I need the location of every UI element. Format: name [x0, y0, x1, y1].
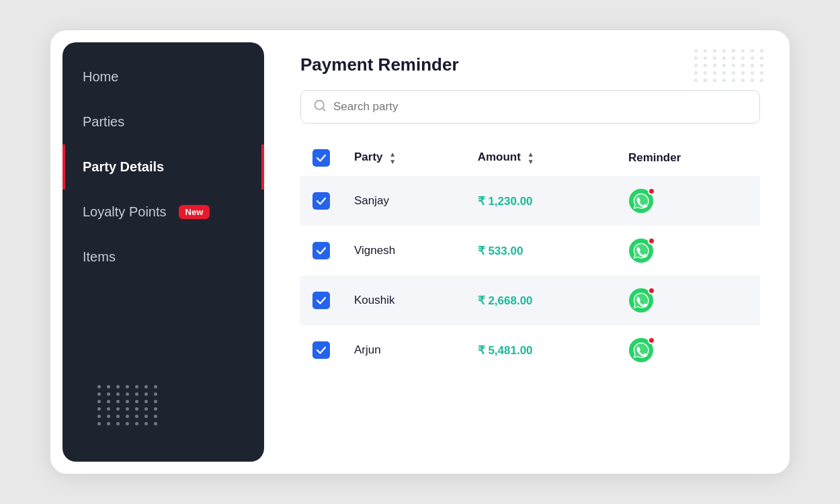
notification-dot [648, 287, 655, 294]
notification-dot [648, 337, 655, 344]
party-name: Koushik [342, 276, 466, 325]
party-name: Sanjay [342, 176, 466, 226]
whatsapp-icon[interactable] [628, 188, 654, 214]
sidebar-item-party-details[interactable]: Party Details [62, 144, 264, 190]
row-checkbox-cell [300, 325, 342, 375]
sidebar-item-items[interactable]: Items [62, 235, 264, 280]
party-table: Party ▲▼ Amount ▲▼ Reminder [300, 140, 760, 450]
party-amount: ₹ 1,230.00 [466, 176, 616, 226]
whatsapp-reminder[interactable] [628, 188, 658, 214]
dot-pattern-bottom-left [87, 369, 288, 425]
search-input[interactable] [333, 100, 747, 114]
col-amount[interactable]: Amount ▲▼ [466, 140, 616, 176]
whatsapp-reminder[interactable] [628, 238, 658, 263]
whatsapp-reminder[interactable] [628, 288, 658, 313]
main-card: Home Parties Party Details Loyalty Point… [50, 30, 790, 474]
whatsapp-icon[interactable] [628, 337, 654, 363]
row-checkbox[interactable] [312, 192, 330, 210]
sidebar-item-label: Home [83, 69, 118, 85]
whatsapp-icon[interactable] [628, 238, 654, 263]
party-amount: ₹ 533.00 [466, 226, 616, 276]
table-row: Koushik₹ 2,668.00 [300, 276, 760, 325]
party-amount: ₹ 5,481.00 [466, 325, 616, 375]
sidebar-item-label: Items [83, 249, 116, 265]
reminder-cell [616, 276, 760, 325]
notification-dot [648, 237, 655, 245]
row-checkbox[interactable] [312, 341, 330, 359]
sidebar-item-label: Party Details [83, 159, 164, 175]
table-row: Arjun₹ 5,481.00 [300, 325, 760, 375]
party-amount: ₹ 2,668.00 [466, 276, 616, 325]
table-row: Sanjay₹ 1,230.00 [300, 176, 760, 226]
dot-pattern-top-right [694, 49, 765, 82]
page-title: Payment Reminder [300, 54, 760, 75]
reminder-cell [616, 176, 760, 226]
sidebar-item-label: Loyalty Points [83, 204, 167, 220]
new-badge: New [179, 205, 210, 219]
reminder-cell [616, 226, 760, 276]
row-checkbox-cell [300, 226, 342, 276]
svg-line-1 [323, 108, 325, 111]
sidebar-item-home[interactable]: Home [62, 54, 264, 99]
row-checkbox[interactable] [312, 292, 330, 309]
party-name: Arjun [342, 325, 466, 375]
party-sort-icon[interactable]: ▲▼ [389, 151, 396, 165]
col-select [300, 140, 342, 176]
sidebar-item-loyalty-points[interactable]: Loyalty Points New [62, 190, 264, 235]
sidebar: Home Parties Party Details Loyalty Point… [62, 42, 264, 462]
table-row: Vignesh₹ 533.00 [300, 226, 760, 276]
row-checkbox-cell [300, 176, 342, 226]
row-checkbox-cell [300, 276, 342, 325]
col-party[interactable]: Party ▲▼ [342, 140, 466, 176]
notification-dot [648, 187, 655, 195]
table-header-row: Party ▲▼ Amount ▲▼ Reminder [300, 140, 760, 176]
party-name: Vignesh [342, 226, 466, 276]
main-content: Payment Reminder [276, 30, 790, 474]
sidebar-item-parties[interactable]: Parties [62, 99, 264, 144]
whatsapp-reminder[interactable] [628, 337, 658, 363]
search-icon [313, 99, 327, 115]
sidebar-item-label: Parties [83, 114, 124, 130]
whatsapp-icon[interactable] [628, 288, 654, 313]
row-checkbox[interactable] [312, 242, 330, 259]
search-bar[interactable] [300, 90, 760, 124]
amount-sort-icon[interactable]: ▲▼ [528, 151, 534, 165]
select-all-checkbox[interactable] [312, 149, 330, 167]
col-reminder: Reminder [616, 140, 760, 176]
reminder-cell [616, 325, 760, 375]
